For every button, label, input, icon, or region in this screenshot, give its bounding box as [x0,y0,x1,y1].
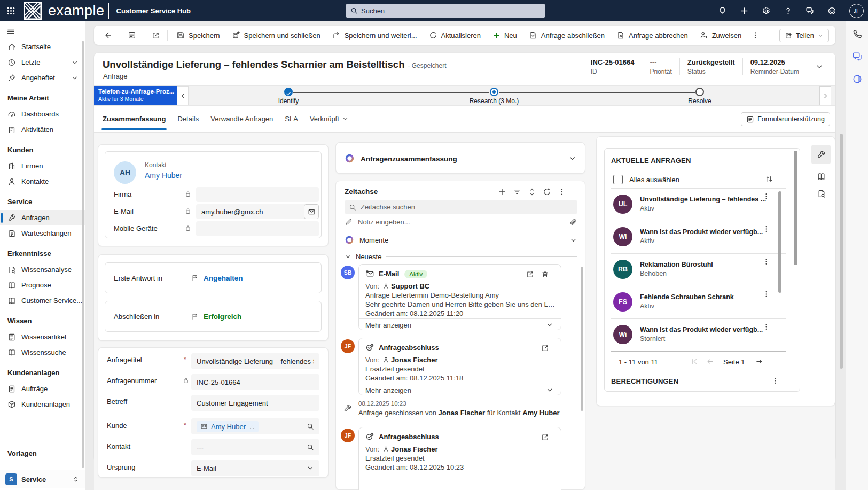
hamburger-icon[interactable] [6,27,85,36]
bpf-collapse-button[interactable] [177,86,189,105]
sidebar-item-prognose[interactable]: Prognose [0,277,85,293]
bpf-stage-resolve[interactable]: Resolve [657,88,742,105]
item-more-icon[interactable] [762,290,770,298]
sidebar-item-anfragen[interactable]: Anfragen [0,210,85,225]
pane-tab-cases[interactable] [811,145,831,164]
expand-all-icon[interactable] [528,188,536,196]
sidebar-item-auftraege[interactable]: Aufträge [0,381,85,396]
tab-sla[interactable]: SLA [285,106,298,132]
show-more-button[interactable]: Mehr anzeigen [365,321,411,329]
sidebar-item-letzte[interactable]: Letzte [0,55,85,70]
area-switcher[interactable]: S Service [0,470,85,488]
sidebar-item-startseite[interactable]: Startseite [0,39,85,55]
header-expand-icon[interactable] [815,63,824,71]
first-page-icon[interactable] [690,357,698,365]
sidebar-scrollbar[interactable] [82,41,84,468]
sidebar-item-kundenanlagen[interactable]: Kundenanlagen [0,396,85,412]
global-search-input[interactable]: Suchen [346,4,545,18]
tab-zusammenfassung[interactable]: Zusammenfassung [103,106,166,132]
tab-verwandte-anfragen[interactable]: Verwandte Anfragen [210,106,273,132]
form-assist-button[interactable]: Formularunterstützung [741,112,830,126]
lookup-search-icon[interactable] [307,423,314,430]
bpf-next-button[interactable] [819,86,831,105]
tab-details[interactable]: Details [177,106,199,132]
save-and-route-button[interactable]: Speichern und weiterl... [327,28,423,42]
pane-tab-notes-icon[interactable] [817,189,826,198]
tab-verknuepft[interactable]: Verknüpft [310,106,349,132]
filter-icon[interactable] [513,188,521,196]
form-selector-button[interactable] [123,28,140,42]
help-icon[interactable] [784,6,793,15]
emoji-icon[interactable] [827,6,836,15]
timeline-more-icon[interactable] [558,188,566,196]
anfragenummer-field[interactable]: INC-25-01664 [191,374,319,390]
kunde-value-link[interactable]: Amy Huber [211,423,246,431]
moments-section[interactable]: Momente [345,234,577,246]
logo[interactable]: example [22,2,109,20]
ideas-icon[interactable] [718,6,727,15]
more-commands-button[interactable] [748,28,763,42]
timeline-item-email[interactable]: E-Mail Aktiv Von: Support BC Anfrage Lie… [358,264,561,330]
item-more-icon[interactable] [762,258,770,266]
new-record-icon[interactable] [740,6,749,15]
firma-field[interactable] [196,187,319,202]
note-input[interactable]: Notiz eingeben... [345,215,577,229]
page-scrollbar[interactable] [840,134,843,369]
sidebar-item-dashboards[interactable]: Dashboards [0,106,85,122]
email-field[interactable]: amy.huber@gmx.ch [196,204,319,219]
open-record-icon[interactable] [526,270,534,278]
timeline-item-case-resolution[interactable]: Anfrageabschluss Von: Jonas Fischer Ersa… [358,338,561,395]
sidebar-item-aktivitaeten[interactable]: Aktivitäten [0,122,85,137]
previous-page-icon[interactable] [706,357,714,365]
timeline-search-input[interactable]: Zeitachse suchen [345,200,577,214]
open-record-icon[interactable] [541,433,549,441]
new-button[interactable]: Neu [487,28,522,42]
sidebar-item-angeheftet[interactable]: Angeheftet [0,70,85,85]
item-more-icon[interactable] [762,192,770,200]
case-summary-card[interactable]: Anfragenzusammenfassung [335,142,585,174]
feedback-icon[interactable] [806,6,815,15]
item-more-icon[interactable] [762,323,770,331]
copilot-panel-icon[interactable] [852,74,863,84]
sidebar-item-firmen[interactable]: Firmen [0,158,85,174]
share-button[interactable]: Teilen [779,29,829,42]
cases-list-scrollbar[interactable] [778,191,781,293]
sort-icon[interactable] [765,175,773,183]
phone-icon[interactable] [852,29,863,40]
bpf-stage-identify[interactable]: Identify [246,88,331,105]
sidebar-item-wissenssuche[interactable]: Wissenssuche [0,345,85,360]
popout-button[interactable] [147,28,164,42]
newest-group[interactable]: Neueste [345,252,577,261]
sidebar-item-kontakte[interactable]: Kontakte [0,174,85,189]
sidebar-item-customer-service[interactable]: Customer Service... [0,293,85,308]
next-page-icon[interactable] [755,357,763,365]
add-timeline-record-icon[interactable] [498,188,506,196]
save-button[interactable]: Speichern [171,28,225,42]
pane-scrollbar[interactable] [794,151,797,265]
teams-chat-icon[interactable] [852,51,863,62]
assign-button[interactable]: Zuweisen [694,28,747,42]
contact-name-link[interactable]: Amy Huber [145,171,182,180]
attachment-icon[interactable] [569,218,577,226]
show-more-button[interactable]: Mehr anzeigen [365,386,411,394]
sidebar-item-warteschlangen[interactable]: Warteschlangen [0,225,85,241]
waffle-menu-icon[interactable] [0,0,21,21]
user-avatar[interactable]: JF [849,4,864,18]
refresh-timeline-icon[interactable] [543,188,551,196]
cancel-case-button[interactable]: Anfrage abbrechen [611,28,693,42]
sidebar-item-wissensanalyse[interactable]: Wissensanalyse [0,262,85,277]
timeline-item-case-resolution[interactable]: Anfrageabschluss Von: Jonas Fischer Ersa… [358,427,561,490]
save-and-close-button[interactable]: Speichern und schließen [226,28,326,42]
resolve-case-button[interactable]: Anfrage abschließen [523,28,610,42]
chevron-down-icon[interactable] [546,321,553,329]
mobile-field[interactable] [196,221,319,236]
send-email-button[interactable] [304,204,319,219]
timeline-scrollbar[interactable] [581,267,583,411]
kunde-field[interactable]: Amy Huber [191,418,319,434]
chevron-down-icon[interactable] [546,386,553,394]
anfragetitel-field[interactable]: Unvollständige Lieferung – fehlendes Sch… [191,353,319,369]
ursprung-select[interactable]: E-Mail [191,460,319,476]
back-button[interactable] [99,28,116,42]
refresh-button[interactable]: Aktualisieren [424,28,486,42]
betreff-field[interactable]: Customer Engagement [191,395,319,411]
